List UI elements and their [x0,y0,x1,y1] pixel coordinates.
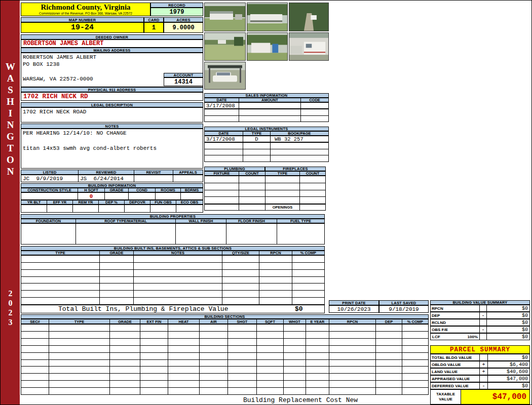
table-cell [300,205,325,210]
table-row [21,284,325,291]
table-cell [134,291,222,297]
table-cell [222,298,259,304]
lcf-label: LCF [432,335,440,339]
building-properties-value-row [21,223,325,245]
building-sections-empty-rows [21,324,429,395]
property-photo-4[interactable] [204,32,246,61]
table-cell [226,224,277,244]
table-row [204,116,329,123]
table-cell [257,332,284,338]
table-cell [21,270,100,276]
table-cell [300,176,325,183]
fixture-header: FIXTURE [205,172,239,175]
table-cell [110,353,140,359]
table-row [21,381,429,388]
table-cell [271,155,328,161]
building-information-value-row-2 [21,205,203,213]
table-cell [49,325,110,331]
bvs-row-rclnd: RCLND $0 [430,319,530,326]
table-cell [140,360,168,367]
grade-header: GRADE [105,188,129,192]
taxable-value-label: TAXABLE VALUE [431,390,461,404]
bvs-value: $0 [487,305,529,311]
table-cell [49,381,110,387]
table-row [204,155,329,162]
eco-obs-header: ECO OBS [176,200,203,204]
property-photo-7[interactable] [204,62,246,90]
white-van-image [289,33,328,60]
bvs-value: $0 [487,312,529,318]
count-header: COUNT [239,172,265,175]
property-photo-2[interactable] [247,3,288,31]
table-cell [134,284,222,290]
table-row [21,332,429,339]
table-cell [228,367,257,373]
openings-row: OPENINGS [204,204,326,211]
table-cell [402,360,428,367]
bvs-label: RCLND [431,319,480,326]
ps-row-land: LAND VALUE + $40,600 [430,368,530,375]
property-photo-3[interactable] [289,3,329,31]
date-header: DATE [205,132,243,135]
table-cell [99,205,125,212]
property-photo-1[interactable] [204,3,246,31]
appeals-value [173,175,203,182]
table-cell [329,339,376,345]
depovr-header: DEPOVR [125,200,150,204]
legal-instruments-header-row: DATE TYPE BOOK/PAGE [204,131,329,136]
built-ins-total-label: Total Built Ins, Plumbing & Fireplace Va… [58,305,228,313]
table-cell [110,367,140,373]
table-cell [292,263,324,269]
dep-header: DEP [376,319,402,323]
print-date-label: PRINT DATE [329,300,379,305]
table-cell [300,190,325,197]
table-cell [265,176,300,183]
table-cell [306,339,329,345]
table-cell [205,149,243,155]
sec-header: SEC# [21,319,49,323]
bvs-label: DEP [431,312,480,318]
table-cell [21,263,100,269]
table-cell [49,388,110,394]
review-header-row: LISTED REVIEWED REVISIT APPEALS [21,170,203,175]
table-cell [200,332,228,338]
print-date-value: 10/26/2023 [329,305,379,313]
property-photo-5[interactable] [247,32,288,61]
table-cell [49,360,110,367]
table-cell [21,205,47,212]
ps-row-deferred: DEFERRED VALUE - $0 [430,382,530,389]
ps-value: $47,000 [488,376,529,382]
plumbing-fireplaces-empty-rows [204,176,326,204]
table-cell [21,353,49,359]
table-cell [329,325,376,331]
table-cell [329,367,376,373]
table-cell [134,270,222,276]
table-row [21,270,325,277]
table-cell [284,360,306,367]
property-photo-6[interactable] [289,32,329,61]
bvs-op [480,334,487,340]
air-header: AIR [200,319,228,323]
map-number-value: 19-24 [21,22,144,33]
table-cell [73,205,99,212]
table-cell [168,388,200,394]
table-cell [257,388,284,394]
review-value-row: JC 9/9/2019 JS 6/24/2014 [21,175,203,182]
table-cell [306,332,329,338]
table-cell [134,298,222,304]
legal-instruments-title: LEGAL INSTRUMENTS [204,127,329,131]
card-label: CARD [144,17,164,22]
table-cell [168,374,200,380]
table-cell [176,224,226,244]
mailing-line-3: WARSAW, VA 22572-0000 [23,76,93,82]
field-view-image [205,33,245,60]
table-cell [257,346,284,352]
instrument-type: D [243,136,271,142]
grade-header: GRADE [110,319,140,323]
table-cell [205,109,239,115]
ps-value: $0 [488,383,529,389]
table-cell [292,284,324,290]
wall-finish-header: WALL FINISH [176,219,226,223]
ps-op [480,376,488,382]
table-cell [205,116,239,122]
